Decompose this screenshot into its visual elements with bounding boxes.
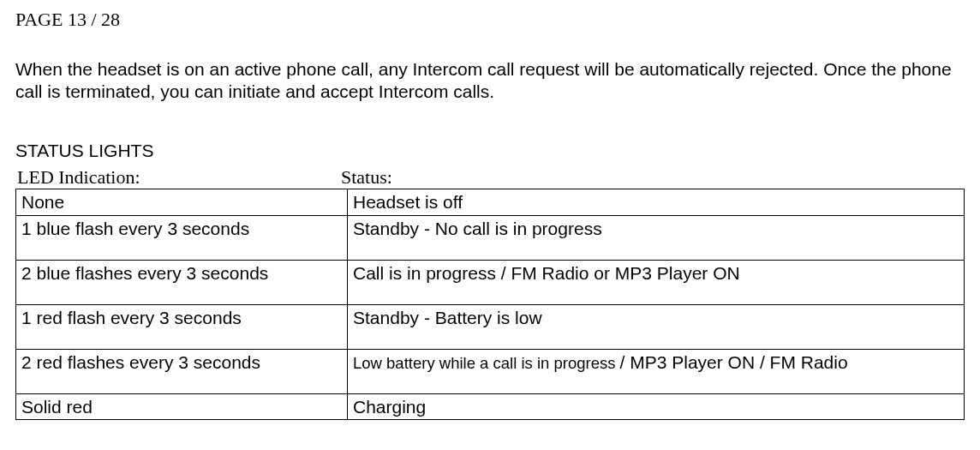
- status-cell: Charging: [348, 394, 965, 420]
- status-cell: Headset is off: [348, 189, 965, 215]
- page-number: PAGE 13 / 28: [15, 9, 965, 31]
- status-text-small: Low battery while a call is in progress: [353, 354, 620, 372]
- table-row: 2 red flashes every 3 secondsLow battery…: [16, 350, 965, 394]
- table-row: NoneHeadset is off: [16, 189, 965, 215]
- table-row: 1 blue flash every 3 secondsStandby - No…: [16, 215, 965, 260]
- status-cell: Low battery while a call is in progress …: [348, 350, 965, 394]
- status-cell: Call is in progress / FM Radio or MP3 Pl…: [348, 260, 965, 304]
- led-indication-cell: 1 blue flash every 3 seconds: [16, 215, 348, 260]
- led-indication-cell: Solid red: [16, 394, 348, 420]
- table-header-status: Status:: [336, 166, 965, 189]
- status-cell: Standby - No call is in progress: [348, 215, 965, 260]
- status-lights-table: NoneHeadset is off1 blue flash every 3 s…: [15, 189, 965, 420]
- status-text-normal: / MP3 Player ON / FM Radio: [620, 352, 848, 372]
- table-headers-row: LED Indication: Status:: [15, 166, 965, 189]
- table-row: Solid redCharging: [16, 394, 965, 420]
- led-indication-cell: 2 blue flashes every 3 seconds: [16, 260, 348, 304]
- status-cell: Standby - Battery is low: [348, 304, 965, 349]
- section-heading-status-lights: STATUS LIGHTS: [15, 140, 965, 161]
- led-indication-cell: None: [16, 189, 348, 215]
- table-header-led: LED Indication:: [15, 166, 336, 189]
- led-indication-cell: 1 red flash every 3 seconds: [16, 304, 348, 349]
- body-paragraph: When the headset is on an active phone c…: [15, 58, 965, 101]
- led-indication-cell: 2 red flashes every 3 seconds: [16, 350, 348, 394]
- table-row: 1 red flash every 3 secondsStandby - Bat…: [16, 304, 965, 349]
- table-row: 2 blue flashes every 3 secondsCall is in…: [16, 260, 965, 304]
